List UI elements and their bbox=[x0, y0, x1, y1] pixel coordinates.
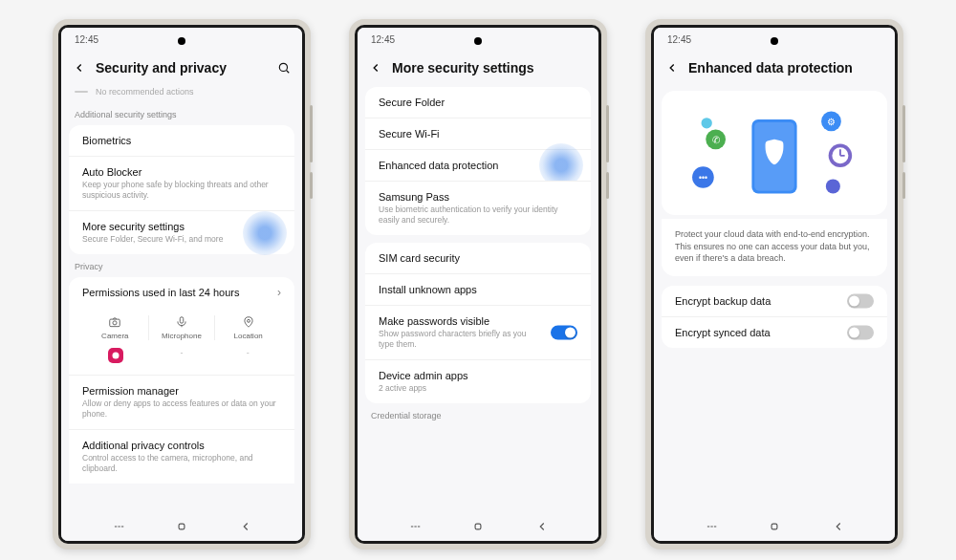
svg-rect-12 bbox=[475, 524, 481, 529]
recents-icon[interactable] bbox=[408, 520, 422, 533]
search-icon[interactable] bbox=[277, 61, 291, 75]
back-nav-icon[interactable] bbox=[535, 520, 549, 533]
recents-icon[interactable] bbox=[705, 520, 718, 533]
item-secure-wifi[interactable]: Secure Wi-Fi bbox=[365, 118, 591, 149]
power-button bbox=[902, 172, 905, 199]
item-device-admin-apps[interactable]: Device admin apps 2 active apps bbox=[365, 359, 591, 403]
page-title: Enhanced data protection bbox=[688, 60, 883, 75]
item-encrypt-synced[interactable]: Encrypt synced data bbox=[662, 316, 887, 348]
item-install-unknown-apps[interactable]: Install unknown apps bbox=[365, 273, 591, 305]
phone-frame-2: 12:45 More security settings Secure Fold… bbox=[349, 19, 607, 549]
svg-point-0 bbox=[279, 63, 287, 71]
clock-text: 12:45 bbox=[371, 34, 395, 45]
toggle-encrypt-synced[interactable] bbox=[847, 325, 874, 339]
svg-point-13 bbox=[702, 118, 712, 128]
toggle-encrypt-backup[interactable] bbox=[847, 293, 874, 308]
nav-bar bbox=[654, 512, 895, 541]
svg-point-2 bbox=[113, 321, 117, 325]
section-label-privacy: Privacy bbox=[61, 254, 302, 277]
item-enhanced-data-protection[interactable]: Enhanced data protection bbox=[365, 149, 591, 181]
illustration: ✆ ••• ⚙ bbox=[662, 91, 887, 215]
recents-icon[interactable] bbox=[112, 520, 125, 533]
back-nav-icon[interactable] bbox=[239, 520, 252, 533]
chevron-right-icon: › bbox=[277, 286, 281, 299]
camera-hole bbox=[771, 37, 778, 45]
permission-apps-row: - - bbox=[69, 344, 294, 375]
svg-rect-30 bbox=[771, 524, 777, 529]
item-make-passwords-visible[interactable]: Make passwords visible Show password cha… bbox=[365, 305, 591, 359]
recommend-text: No recommended actions bbox=[96, 87, 194, 97]
phone-frame-1: 12:45 Security and privacy No recommende… bbox=[53, 19, 311, 549]
header: Security and privacy bbox=[61, 51, 302, 87]
svg-rect-8 bbox=[179, 524, 185, 529]
svg-point-26 bbox=[826, 179, 840, 193]
microphone-icon bbox=[175, 315, 188, 329]
description-text: Protect your cloud data with end-to-end … bbox=[662, 219, 887, 276]
permission-icons-row: Camera Microphone Location bbox=[69, 308, 294, 344]
toggle-passwords-visible[interactable] bbox=[551, 326, 577, 340]
camera-hole bbox=[178, 37, 185, 45]
item-samsung-pass[interactable]: Samsung Pass Use biometric authenticatio… bbox=[365, 181, 591, 235]
camera-hole bbox=[474, 37, 482, 45]
power-button bbox=[310, 172, 313, 199]
item-permissions-24h[interactable]: Permissions used in last 24 hours › bbox=[69, 277, 294, 308]
clock-text: 12:45 bbox=[75, 34, 98, 45]
nav-bar bbox=[61, 512, 302, 541]
nav-bar bbox=[358, 512, 598, 541]
item-more-security[interactable]: More security settings Secure Folder, Se… bbox=[69, 210, 294, 254]
volume-button bbox=[606, 105, 609, 162]
svg-text:✆: ✆ bbox=[712, 135, 720, 145]
back-nav-icon[interactable] bbox=[832, 520, 845, 533]
power-button bbox=[606, 172, 609, 199]
indicator-bar bbox=[75, 91, 88, 93]
section-label-additional: Additional security settings bbox=[61, 102, 302, 125]
back-icon[interactable] bbox=[665, 61, 679, 75]
home-icon[interactable] bbox=[768, 520, 781, 533]
header: More security settings bbox=[358, 51, 598, 87]
home-icon[interactable] bbox=[471, 520, 485, 533]
svg-rect-3 bbox=[180, 317, 184, 323]
item-secure-folder[interactable]: Secure Folder bbox=[365, 87, 591, 118]
camera-app-icon bbox=[108, 348, 123, 363]
volume-button bbox=[310, 105, 313, 162]
header: Enhanced data protection bbox=[654, 51, 895, 87]
section-label-credential: Credential storage bbox=[358, 403, 598, 426]
tap-highlight-icon bbox=[243, 211, 287, 255]
item-encrypt-backup[interactable]: Encrypt backup data bbox=[662, 286, 887, 316]
location-icon bbox=[242, 315, 255, 329]
item-permission-manager[interactable]: Permission manager Allow or deny apps to… bbox=[69, 375, 294, 429]
mic-app-placeholder: - bbox=[148, 348, 214, 365]
back-icon[interactable] bbox=[369, 61, 382, 75]
item-auto-blocker[interactable]: Auto Blocker Keep your phone safe by blo… bbox=[69, 156, 294, 210]
svg-point-4 bbox=[247, 320, 250, 323]
loc-app-placeholder: - bbox=[215, 348, 281, 365]
item-sim-security[interactable]: SIM card security bbox=[365, 243, 591, 273]
svg-text:•••: ••• bbox=[699, 173, 707, 183]
item-biometrics[interactable]: Biometrics bbox=[69, 125, 294, 156]
phone-frame-3: 12:45 Enhanced data protection ✆ ••• ⚙ bbox=[645, 19, 903, 549]
svg-text:⚙: ⚙ bbox=[827, 117, 836, 127]
item-additional-privacy[interactable]: Additional privacy controls Control acce… bbox=[69, 429, 294, 484]
volume-button bbox=[902, 105, 905, 162]
camera-icon bbox=[108, 315, 121, 329]
home-icon[interactable] bbox=[175, 520, 188, 533]
back-icon[interactable] bbox=[73, 61, 86, 75]
page-title: Security and privacy bbox=[96, 60, 268, 75]
svg-rect-1 bbox=[110, 319, 120, 327]
clock-text: 12:45 bbox=[667, 34, 691, 45]
page-title: More security settings bbox=[392, 60, 587, 75]
